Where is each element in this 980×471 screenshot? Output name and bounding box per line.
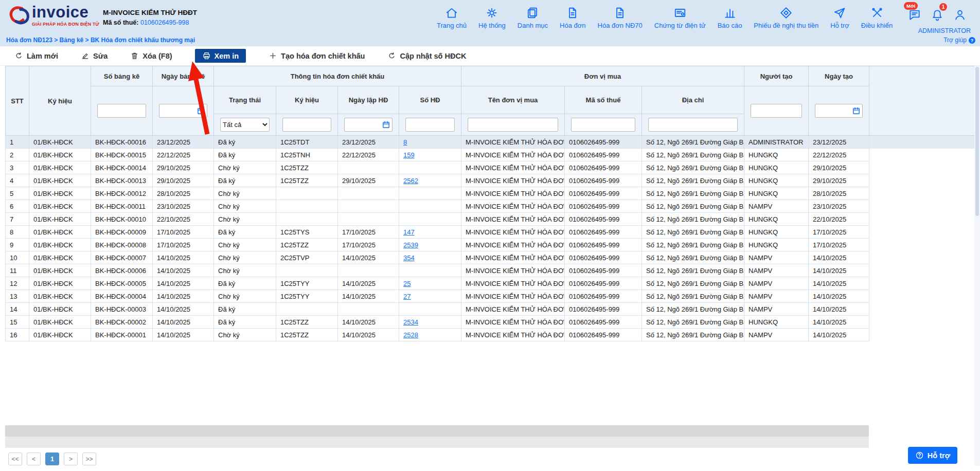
- cell-so-hd: [399, 303, 461, 316]
- tax-code[interactable]: 0106026495-998: [140, 19, 189, 26]
- vertical-scrollbar-thumb[interactable]: [975, 67, 979, 216]
- table-row[interactable]: 401/BK-HĐCKBK-HĐCK-0001329/10/2025Đã ký1…: [6, 174, 975, 187]
- row-filler: [869, 303, 975, 316]
- ngay-lap-hd-date-input[interactable]: [346, 121, 382, 129]
- ngay-bang-ke-date-filter[interactable]: [159, 104, 207, 118]
- invoice-number-link[interactable]: 2562: [403, 177, 418, 185]
- ky-hieu-hd-filter-input[interactable]: [282, 118, 331, 132]
- table-row[interactable]: 1401/BK-HĐCKBK-HĐCK-0000314/10/2025Đã ký…: [6, 303, 975, 316]
- pagination-prev-button[interactable]: <: [27, 452, 41, 465]
- help-link[interactable]: Trợ giúp ?: [943, 37, 975, 44]
- invoice-number-link[interactable]: 159: [403, 151, 415, 159]
- chat-button[interactable]: Mới: [908, 8, 921, 22]
- cell-ngay-tao: 23/10/2025: [809, 200, 869, 213]
- notifications-button[interactable]: 1: [931, 8, 944, 22]
- table-row[interactable]: 101/BK-HĐCKBK-HĐCK-0001623/12/2025Đã ký1…: [6, 136, 975, 149]
- cell-ma-so-thue: 0106026495-999: [565, 303, 642, 316]
- cell-ngay-tao: 29/10/2025: [809, 174, 869, 187]
- nav-item-phieu-de-nghi-thu-tien[interactable]: Phiếu đề nghị thu tiền: [752, 6, 821, 29]
- ngay-bang-ke-date-input[interactable]: [161, 107, 197, 115]
- nav-item-hoa-don[interactable]: Hóa đơn: [558, 6, 587, 29]
- table-row[interactable]: 301/BK-HĐCKBK-HĐCK-0001429/10/2025Chờ ký…: [6, 161, 975, 174]
- invoice-number-link[interactable]: 25: [403, 280, 411, 287]
- grid-horizontal-scrollbar[interactable]: [5, 425, 869, 437]
- user-name[interactable]: ADMINISTRATOR: [918, 27, 971, 34]
- pagination-page-1[interactable]: 1: [45, 452, 59, 465]
- pagination-last-button[interactable]: >>: [82, 452, 96, 465]
- toolbar-button-xoa[interactable]: Xóa (F8): [130, 51, 172, 60]
- toolbar-button-label: Tạo hóa đơn chiết khấu: [281, 52, 365, 60]
- calendar-icon[interactable]: [197, 106, 205, 115]
- invoice-number-link[interactable]: 27: [403, 293, 411, 300]
- dia-chi-filter-input[interactable]: [648, 118, 738, 132]
- logo-text: invoice: [32, 4, 99, 21]
- toolbar-button-sua[interactable]: Sửa: [81, 51, 108, 60]
- ngay-tao-date-filter[interactable]: [815, 104, 863, 118]
- ten-don-vi-filter-input[interactable]: [468, 118, 558, 132]
- cell-so-hd: 354: [399, 251, 461, 264]
- nguoi-tao-filter-input[interactable]: [751, 104, 802, 118]
- so-bang-ke-filter-input[interactable]: [97, 104, 146, 118]
- cell-ky-hieu: 01/BK-HĐCK: [29, 316, 91, 329]
- invoice-number-link[interactable]: 2528: [403, 331, 418, 339]
- ngay-tao-date-input[interactable]: [817, 107, 852, 115]
- invoice-number-link[interactable]: 147: [403, 228, 415, 236]
- ngay-lap-hd-date-filter[interactable]: [344, 118, 393, 132]
- table-row[interactable]: 1301/BK-HĐCKBK-HĐCK-0000414/10/2025Chờ k…: [6, 290, 975, 303]
- table-row[interactable]: 501/BK-HĐCKBK-HĐCK-0001228/10/2025Chờ ký…: [6, 187, 975, 200]
- pagination-next-button[interactable]: >: [64, 452, 78, 465]
- invoice-number-link[interactable]: 2534: [403, 318, 418, 326]
- user-menu-button[interactable]: [953, 8, 967, 22]
- nav-item-chung-tu-dien-tu[interactable]: Chứng từ điện tử: [652, 6, 708, 29]
- nav-item-he-thong[interactable]: Hệ thống: [476, 6, 508, 29]
- nav-item-danh-muc[interactable]: Danh mục: [515, 6, 550, 29]
- invoice-number-link[interactable]: 354: [403, 254, 415, 262]
- row-filler: [869, 277, 975, 290]
- support-floating-button[interactable]: Hỗ trợ: [908, 447, 957, 464]
- cell-ma-so-thue: 0106026495-999: [565, 187, 642, 200]
- cell-dia-chi: Số 12, Ngõ 269/1 Đường Giáp Bát: [642, 303, 744, 316]
- table-row[interactable]: 1601/BK-HĐCKBK-HĐCK-0000114/10/2025Chờ k…: [6, 329, 975, 341]
- table-row[interactable]: 1101/BK-HĐCKBK-HĐCK-0000614/10/2025Chờ k…: [6, 264, 975, 277]
- cell-ky-hieu: 01/BK-HĐCK: [29, 161, 91, 174]
- toolbar-button-lam-moi[interactable]: Làm mới: [14, 51, 58, 60]
- cell-ngay-lap-hd: 17/10/2025: [338, 226, 399, 239]
- m-invoice-logo[interactable]: invoice GIẢI PHÁP HÓA ĐƠN ĐIỆN TỬ: [7, 4, 99, 27]
- table-row[interactable]: 1501/BK-HĐCKBK-HĐCK-0000214/10/2025Đã ký…: [6, 316, 975, 329]
- so-hd-filter-input[interactable]: [405, 118, 455, 132]
- cell-ngay-bang-ke: 28/10/2025: [153, 187, 214, 200]
- cell-trang-thai: Chờ ký: [214, 187, 276, 200]
- nav-item-ho-tro[interactable]: Hỗ trợ: [828, 6, 851, 29]
- pagination-first-button[interactable]: <<: [8, 452, 22, 465]
- toolbar-button-cap-nhat-so-hdck[interactable]: Cập nhật số HĐCK: [387, 51, 466, 60]
- invoice-number-link[interactable]: 8: [403, 138, 407, 146]
- table-row[interactable]: 901/BK-HĐCKBK-HĐCK-0000817/10/2025Chờ ký…: [6, 239, 975, 251]
- row-filler: [869, 329, 975, 341]
- toolbar-button-xem-in[interactable]: Xem in: [195, 49, 246, 63]
- calendar-icon[interactable]: [382, 120, 390, 129]
- cell-stt: 12: [6, 277, 29, 290]
- calendar-icon[interactable]: [852, 106, 861, 115]
- bk-table: STT Ký hiệu Số bảng kê Ngày bảng kê Thôn…: [5, 66, 975, 341]
- ma-so-thue-filter-input[interactable]: [571, 118, 635, 132]
- table-row[interactable]: 1001/BK-HĐCKBK-HĐCK-0000714/10/2025Chờ k…: [6, 251, 975, 264]
- vertical-scrollbar[interactable]: [974, 66, 980, 466]
- nav-item-hoa-don-nd70[interactable]: Hóa đơn NĐ70: [596, 6, 645, 29]
- table-row[interactable]: 201/BK-HĐCKBK-HĐCK-0001522/12/2025Đã ký1…: [6, 149, 975, 161]
- cell-so-bang-ke: BK-HĐCK-00013: [91, 174, 153, 187]
- cell-ten-don-vi: M-INVOICE KIỂM THỬ HÓA ĐƠN: [461, 239, 565, 251]
- table-row[interactable]: 601/BK-HĐCKBK-HĐCK-0001123/10/2025Chờ ký…: [6, 200, 975, 213]
- chat-icon: [908, 8, 921, 22]
- cell-stt: 7: [6, 213, 29, 226]
- invoice-number-link[interactable]: 2539: [403, 241, 418, 249]
- nav-item-dieu-khien[interactable]: Điều khiển: [859, 6, 895, 29]
- table-row[interactable]: 1201/BK-HĐCKBK-HĐCK-0000514/10/2025Đã ký…: [6, 277, 975, 290]
- trang-thai-filter-select[interactable]: Tất cả: [220, 118, 270, 132]
- row-filler: [869, 200, 975, 213]
- nav-item-trang-chu[interactable]: Trang chủ: [435, 6, 469, 29]
- table-row[interactable]: 801/BK-HĐCKBK-HĐCK-0000917/10/2025Đã ký1…: [6, 226, 975, 239]
- toolbar-button-tao-hoa-don-chiet-khau[interactable]: Tạo hóa đơn chiết khấu: [269, 51, 365, 60]
- table-row[interactable]: 701/BK-HĐCKBK-HĐCK-0001022/10/2025Chờ ký…: [6, 213, 975, 226]
- breadcrumb[interactable]: Hóa đơn NĐ123 > Bảng kê > BK Hóa đơn chi…: [6, 37, 195, 44]
- nav-item-bao-cao[interactable]: Báo cáo: [716, 6, 744, 29]
